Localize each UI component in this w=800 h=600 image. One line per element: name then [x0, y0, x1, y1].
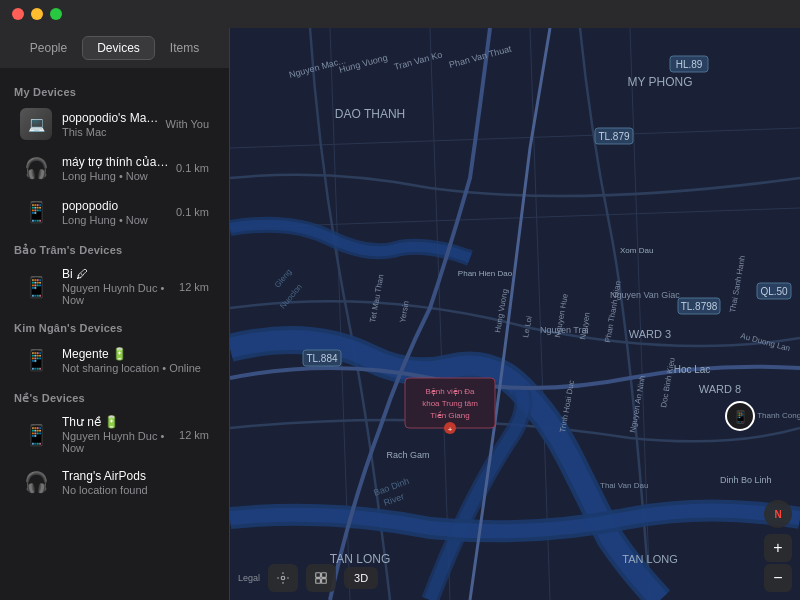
device-airpods-po[interactable]: 🎧 máy trợ thính của Po Long Hung • Now 0… [6, 146, 223, 190]
svg-text:📱: 📱 [733, 409, 748, 424]
svg-text:Dinh Bo Linh: Dinh Bo Linh [720, 475, 772, 485]
map-bottom-controls: Legal 3D [238, 564, 378, 592]
map-zoom-controls: N + − [764, 500, 792, 592]
tab-people[interactable]: People [15, 36, 82, 60]
device-megente-info: Megente 🔋 Not sharing location • Online [62, 347, 209, 374]
section-ne: Nề's Devices [0, 382, 229, 409]
device-thu-ne-distance: 12 km [179, 429, 209, 441]
section-kim-ngan: Kim Ngân's Devices [0, 312, 229, 338]
window-controls [12, 8, 62, 20]
device-megente-sub: Not sharing location • Online [62, 362, 209, 374]
device-popopodio-name: popopodio [62, 199, 170, 213]
zoom-out-button[interactable]: − [764, 564, 792, 592]
device-bi-sub: Nguyen Huynh Duc • Now [62, 282, 173, 306]
3d-button[interactable]: 3D [344, 567, 378, 589]
popopodio-icon: 📱 [20, 196, 52, 228]
zoom-in-button[interactable]: + [764, 534, 792, 562]
device-bi-name: Bi 🖊 [62, 267, 173, 281]
svg-text:Rach Gam: Rach Gam [386, 450, 429, 460]
airpods-po-icon: 🎧 [20, 152, 52, 184]
close-button[interactable] [12, 8, 24, 20]
tab-bar: People Devices Items [0, 28, 229, 68]
device-bi-info: Bi 🖊 Nguyen Huynh Duc • Now [62, 267, 173, 306]
device-thu-ne-name: Thư nề 🔋 [62, 415, 173, 429]
svg-text:Hoc Lac: Hoc Lac [674, 364, 711, 375]
tab-devices[interactable]: Devices [82, 36, 155, 60]
section-my-devices: My Devices [0, 76, 229, 102]
device-bi[interactable]: 📱 Bi 🖊 Nguyen Huynh Duc • Now 12 km [6, 261, 223, 312]
svg-rect-63 [316, 579, 321, 584]
device-popopodio-sub: Long Hung • Now [62, 214, 170, 226]
svg-rect-61 [316, 573, 321, 578]
device-trang-airpods-info: Trang's AirPods No location found [62, 469, 209, 496]
svg-text:TAN LONG: TAN LONG [622, 553, 677, 565]
svg-text:QL.50: QL.50 [760, 286, 788, 297]
device-thu-ne-info: Thư nề 🔋 Nguyen Huynh Duc • Now [62, 415, 173, 454]
device-trang-airpods-sub: No location found [62, 484, 209, 496]
device-airpods-po-sub: Long Hung • Now [62, 170, 170, 182]
macbook-icon: 💻 [20, 108, 52, 140]
device-bi-distance: 12 km [179, 281, 209, 293]
device-thu-ne[interactable]: 📱 Thư nề 🔋 Nguyen Huynh Duc • Now 12 km [6, 409, 223, 460]
device-thu-ne-sub: Nguyen Huynh Duc • Now [62, 430, 173, 454]
bi-icon: 📱 [20, 271, 52, 303]
device-popopodio-distance: 0.1 km [176, 206, 209, 218]
thu-ne-icon: 📱 [20, 419, 52, 451]
svg-text:+: + [448, 425, 453, 434]
svg-text:WARD 3: WARD 3 [629, 328, 671, 340]
device-trang-airpods-name: Trang's AirPods [62, 469, 209, 483]
device-popopodio-info: popopodio Long Hung • Now [62, 199, 170, 226]
svg-text:TL.879: TL.879 [598, 131, 630, 142]
minimize-button[interactable] [31, 8, 43, 20]
device-macbook[interactable]: 💻 popopodio's MacBook Pro This Mac With … [6, 102, 223, 146]
device-macbook-distance: With You [166, 118, 209, 130]
svg-text:MY PHONG: MY PHONG [627, 75, 692, 89]
device-airpods-po-name: máy trợ thính của Po [62, 155, 170, 169]
compass-button[interactable]: N [764, 500, 792, 528]
device-list: My Devices 💻 popopodio's MacBook Pro Thi… [0, 68, 229, 600]
app-body: People Devices Items My Devices 💻 popopo… [0, 28, 800, 600]
svg-point-60 [281, 576, 285, 580]
tab-items[interactable]: Items [155, 36, 214, 60]
location-button[interactable] [268, 564, 298, 592]
device-trang-airpods[interactable]: 🎧 Trang's AirPods No location found [6, 460, 223, 504]
svg-text:Phan Hien Dao: Phan Hien Dao [458, 269, 513, 278]
sidebar: People Devices Items My Devices 💻 popopo… [0, 28, 230, 600]
svg-text:HL.89: HL.89 [676, 59, 703, 70]
svg-rect-62 [322, 573, 327, 578]
megente-icon: 📱 [20, 344, 52, 376]
device-macbook-sub: This Mac [62, 126, 160, 138]
device-airpods-po-distance: 0.1 km [176, 162, 209, 174]
map-view-button[interactable] [306, 564, 336, 592]
svg-text:Xom Dau: Xom Dau [620, 246, 653, 255]
svg-text:TL.8798: TL.8798 [681, 301, 718, 312]
svg-text:khoa Trung tâm: khoa Trung tâm [422, 399, 478, 408]
svg-text:Bệnh viện Đa: Bệnh viện Đa [425, 387, 475, 396]
svg-text:WARD 8: WARD 8 [699, 383, 741, 395]
legal-link[interactable]: Legal [238, 573, 260, 583]
svg-text:Tiền Giang: Tiền Giang [430, 411, 469, 420]
device-airpods-po-info: máy trợ thính của Po Long Hung • Now [62, 155, 170, 182]
device-megente-name: Megente 🔋 [62, 347, 209, 361]
device-macbook-info: popopodio's MacBook Pro This Mac [62, 111, 160, 138]
map-area[interactable]: Nguyen Mac... Hung Vuong Tran Van Ko Pha… [230, 28, 800, 600]
maximize-button[interactable] [50, 8, 62, 20]
section-bao-tram: Bảo Trâm's Devices [0, 234, 229, 261]
svg-text:TL.884: TL.884 [306, 353, 338, 364]
svg-text:DAO THANH: DAO THANH [335, 107, 405, 121]
trang-airpods-icon: 🎧 [20, 466, 52, 498]
device-megente[interactable]: 📱 Megente 🔋 Not sharing location • Onlin… [6, 338, 223, 382]
device-macbook-name: popopodio's MacBook Pro [62, 111, 160, 125]
map-svg: Nguyen Mac... Hung Vuong Tran Van Ko Pha… [230, 28, 800, 600]
svg-text:Thai Van Dau: Thai Van Dau [600, 481, 648, 490]
device-popopodio[interactable]: 📱 popopodio Long Hung • Now 0.1 km [6, 190, 223, 234]
svg-rect-64 [322, 579, 327, 584]
title-bar [0, 0, 800, 28]
